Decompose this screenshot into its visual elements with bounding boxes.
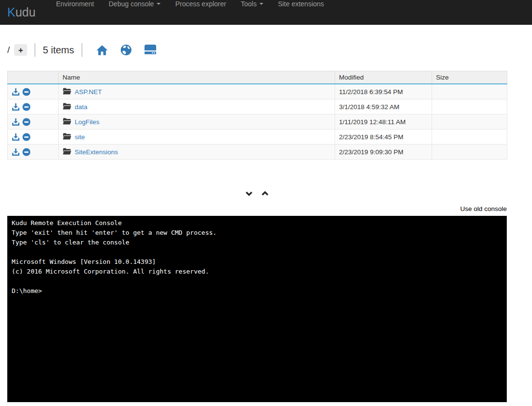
toolbar-divider <box>34 43 35 57</box>
column-header-modified: Modified <box>335 71 432 84</box>
download-icon[interactable] <box>12 118 20 126</box>
console-line <box>12 276 502 286</box>
delete-icon[interactable] <box>22 148 31 156</box>
nav-item-environment[interactable]: Environment <box>48 0 101 8</box>
folder-link[interactable]: ASP.NET <box>75 88 102 96</box>
console-line: Kudu Remote Execution Console <box>12 218 502 228</box>
nav-item-debug-console[interactable]: Debug console <box>101 0 168 8</box>
old-console-row: Use old console <box>7 205 507 213</box>
console-prompt: D:\home> <box>12 286 502 296</box>
kudu-logo-rest: udu <box>16 5 36 19</box>
download-icon[interactable] <box>12 148 20 156</box>
nav-item-process-explorer[interactable]: Process explorer <box>168 0 233 8</box>
table-row: LogFiles 1/11/2019 12:48:11 AM <box>8 114 507 130</box>
main-content: / + 5 items Name Modified Size <box>7 43 507 402</box>
console-line <box>12 247 502 257</box>
modified-value: 1/11/2019 12:48:11 AM <box>335 114 432 130</box>
use-old-console-link[interactable]: Use old console <box>460 205 507 212</box>
table-row: data 3/1/2018 4:59:32 AM <box>8 99 507 114</box>
column-header-name: Name <box>59 71 335 84</box>
home-icon[interactable] <box>97 45 108 55</box>
delete-icon[interactable] <box>22 88 31 96</box>
chevron-down-icon[interactable] <box>245 190 253 197</box>
file-browser-toolbar: / + 5 items <box>7 43 507 57</box>
file-table: Name Modified Size ASP.NET 11/2/2018 6:3… <box>7 71 507 160</box>
folder-link[interactable]: SiteExtensions <box>75 148 118 156</box>
console-resize-controls <box>7 190 507 197</box>
navbar-menu: Environment Debug console Process explor… <box>48 0 331 24</box>
toolbar-shortcut-icons <box>93 45 156 55</box>
toolbar-divider <box>81 43 82 57</box>
delete-icon[interactable] <box>22 103 31 111</box>
delete-icon[interactable] <box>22 118 31 126</box>
modified-value: 11/2/2018 6:39:54 PM <box>335 84 432 99</box>
nav-item-site-extensions[interactable]: Site extensions <box>271 0 331 8</box>
console-line: Type 'exit' then hit 'enter' to get a ne… <box>12 228 502 238</box>
chevron-down-icon <box>259 3 263 5</box>
chevron-down-icon <box>157 3 161 5</box>
folder-icon <box>63 133 71 141</box>
nav-item-tools[interactable]: Tools <box>233 0 271 8</box>
folder-link[interactable]: site <box>75 133 85 141</box>
size-value <box>432 114 507 130</box>
hdd-icon[interactable] <box>145 45 156 55</box>
download-icon[interactable] <box>12 88 20 96</box>
modified-value: 3/1/2018 4:59:32 AM <box>335 99 432 114</box>
column-header-size: Size <box>432 71 507 84</box>
item-count-label: 5 items <box>43 45 74 56</box>
size-value <box>432 84 507 99</box>
folder-icon <box>63 88 71 96</box>
delete-icon[interactable] <box>22 133 31 141</box>
breadcrumb-root-link[interactable]: / <box>7 45 10 55</box>
table-row: SiteExtensions 2/23/2019 9:09:30 PM <box>8 145 507 160</box>
modified-value: 2/23/2019 9:09:30 PM <box>335 145 432 160</box>
folder-icon <box>63 118 71 126</box>
top-navbar: Kudu Environment Debug console Process e… <box>0 0 532 25</box>
modified-value: 2/23/2019 8:54:45 PM <box>335 130 432 145</box>
folder-icon <box>63 148 71 156</box>
column-header-actions <box>8 71 59 84</box>
console-line: Type 'cls' to clear the console <box>12 238 502 247</box>
remote-execution-console[interactable]: Kudu Remote Execution Console Type 'exit… <box>7 216 507 402</box>
kudu-logo-accent: K <box>7 5 16 19</box>
folder-link[interactable]: LogFiles <box>75 118 99 126</box>
console-line: Microsoft Windows [Version 10.0.14393] <box>12 257 502 267</box>
download-icon[interactable] <box>12 133 20 141</box>
table-row: site 2/23/2019 8:54:45 PM <box>8 130 507 145</box>
new-item-button[interactable]: + <box>14 44 27 56</box>
size-value <box>432 99 507 114</box>
globe-icon[interactable] <box>121 45 131 55</box>
folder-icon <box>63 103 71 111</box>
console-line: (c) 2016 Microsoft Corporation. All righ… <box>12 267 502 276</box>
table-row: ASP.NET 11/2/2018 6:39:54 PM <box>8 84 507 99</box>
table-header-row: Name Modified Size <box>8 71 507 84</box>
chevron-up-icon[interactable] <box>261 190 269 197</box>
kudu-logo[interactable]: Kudu <box>0 0 43 24</box>
size-value <box>432 130 507 145</box>
download-icon[interactable] <box>12 103 20 111</box>
size-value <box>432 145 507 160</box>
folder-link[interactable]: data <box>75 103 87 111</box>
